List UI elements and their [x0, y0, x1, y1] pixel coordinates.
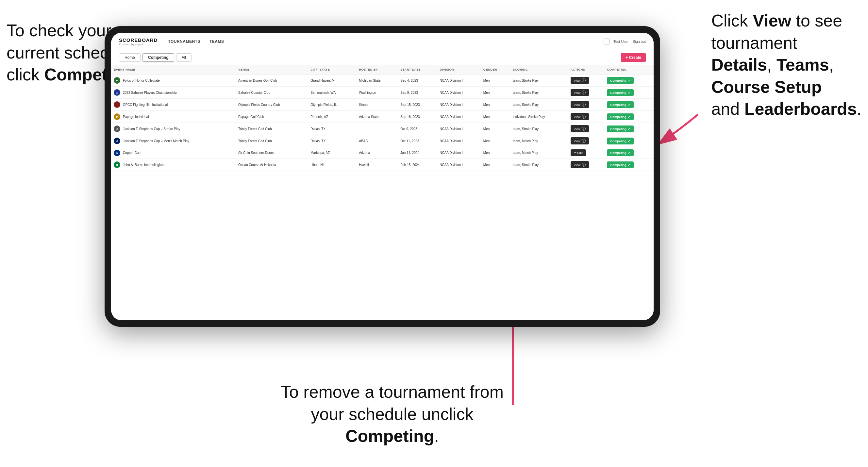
competing-button[interactable]: Competing ✓	[607, 149, 634, 156]
cell-gender: Men	[481, 111, 510, 123]
nav-tournaments[interactable]: TOURNAMENTS	[168, 38, 200, 45]
cell-actions: View i	[568, 87, 604, 99]
cell-actions: View i	[568, 135, 604, 147]
col-start-date: START DATE	[398, 65, 437, 74]
cell-venue: American Dunes Golf Club	[236, 74, 308, 87]
competing-button[interactable]: Competing ✓	[607, 125, 634, 132]
team-logo: H	[114, 161, 120, 168]
cell-scoring: team, Stroke Play	[510, 74, 568, 87]
cell-division: NCAA Division I	[437, 99, 481, 111]
cell-competing: Competing ✓	[604, 123, 654, 135]
cell-city: Grand Haven, MI	[308, 74, 356, 87]
table-container: EVENT NAME VENUE CITY, STATE HOSTED BY S…	[111, 65, 654, 320]
cell-gender: Men	[481, 87, 510, 99]
header-right: Test User Sign out	[603, 38, 646, 44]
cell-venue: Olympia Fields Country Club	[236, 99, 308, 111]
tab-competing[interactable]: Competing	[143, 53, 174, 62]
table-row: F Folds of Honor Collegiate American Dun…	[111, 74, 654, 87]
checkmark-icon: ✓	[628, 103, 630, 106]
annotation-leaderboards-bold: Leaderboards	[744, 99, 857, 118]
info-icon: i	[582, 103, 586, 106]
view-button[interactable]: View i	[570, 89, 589, 96]
cell-city: Maricopa, AZ	[308, 147, 356, 159]
cell-city: Phoenix, AZ	[308, 111, 356, 123]
create-button[interactable]: + Create	[621, 53, 646, 62]
annotation-bottom-bold: Competing	[345, 427, 434, 445]
event-name-text: OFCC Fighting Illini Invitational	[123, 103, 168, 106]
cell-hosted	[356, 123, 398, 135]
tab-all[interactable]: All	[176, 53, 191, 62]
team-logo: P	[114, 114, 120, 120]
sub-header: Home Competing All + Create	[111, 50, 654, 65]
cell-hosted: Hawaii	[356, 159, 398, 171]
checkmark-icon: ✓	[628, 163, 630, 167]
view-button[interactable]: View i	[570, 77, 589, 84]
cell-event-name: F Folds of Honor Collegiate	[111, 74, 236, 87]
cell-city: Lihue, HI	[308, 159, 356, 171]
sign-out-link[interactable]: Sign out	[633, 39, 646, 43]
competing-button[interactable]: Competing ✓	[607, 89, 634, 96]
checkmark-icon: ✓	[628, 139, 630, 143]
col-hosted: HOSTED BY	[356, 65, 398, 74]
cell-venue: Papago Golf Club	[236, 111, 308, 123]
table-row: H John A. Burns Intercollegiate Ocean Co…	[111, 159, 654, 171]
cell-hosted: Arizona State	[356, 111, 398, 123]
view-button[interactable]: View i	[570, 125, 589, 132]
logo-title: SCOREBOARD	[119, 37, 157, 43]
annotation-bottom: To remove a tournament from your schedul…	[268, 381, 516, 447]
col-venue: VENUE	[236, 65, 308, 74]
cell-venue: Sahalee Country Club	[236, 87, 308, 99]
info-icon: i	[582, 163, 586, 167]
event-name-text: 2023 Sahalee Players Championship	[123, 91, 177, 94]
col-scoring: SCORING	[510, 65, 568, 74]
competing-button[interactable]: Competing ✓	[607, 161, 634, 168]
info-icon: i	[582, 79, 586, 82]
team-logo: A	[114, 150, 120, 156]
cell-gender: Men	[481, 74, 510, 87]
edit-button[interactable]: ✏ Edit	[570, 149, 586, 156]
table-row: P Papago Individual Papago Golf Club Pho…	[111, 111, 654, 123]
cell-division: NCAA Division I	[437, 135, 481, 147]
cell-scoring: individual, Stroke Play	[510, 111, 568, 123]
cell-competing: Competing ✓	[604, 111, 654, 123]
view-button[interactable]: View i	[570, 113, 589, 120]
cell-competing: Competing ✓	[604, 159, 654, 171]
cell-division: NCAA Division I	[437, 123, 481, 135]
view-button[interactable]: View i	[570, 101, 589, 108]
checkmark-icon: ✓	[628, 91, 630, 94]
cell-actions: View i	[568, 99, 604, 111]
cell-venue: Trinity Forest Golf Club	[236, 135, 308, 147]
competing-button[interactable]: Competing ✓	[607, 137, 634, 145]
cell-event-name: J Jackson T. Stephens Cup – Stroke Play	[111, 123, 236, 135]
checkmark-icon: ✓	[628, 79, 630, 82]
cell-scoring: team, Match Play	[510, 147, 568, 159]
competing-button[interactable]: Competing ✓	[607, 101, 634, 108]
nav-teams[interactable]: TEAMS	[210, 38, 224, 45]
cell-hosted: Michigan State	[356, 74, 398, 87]
cell-hosted: ABAC	[356, 135, 398, 147]
tab-home[interactable]: Home	[119, 53, 141, 62]
competing-button[interactable]: Competing ✓	[607, 77, 634, 84]
view-button[interactable]: View i	[570, 137, 589, 145]
cell-competing: Competing ✓	[604, 74, 654, 87]
event-name-text: Papago Individual	[123, 115, 149, 119]
cell-actions: View i	[568, 159, 604, 171]
annotation-view-bold: View	[753, 11, 792, 30]
annotation-coursesetup-bold: Course Setup	[711, 77, 822, 96]
view-button[interactable]: View i	[570, 161, 589, 168]
cell-gender: Men	[481, 159, 510, 171]
col-competing: COMPETING	[604, 65, 654, 74]
cell-actions: View i	[568, 74, 604, 87]
table-row: A Copper Cup Ak-Chin Southern Dunes Mari…	[111, 147, 654, 159]
col-gender: GENDER	[481, 65, 510, 74]
app-header: SCOREBOARD Powered by clippd TOURNAMENTS…	[111, 33, 654, 50]
cell-venue: Ocean Course At Hokuala	[236, 159, 308, 171]
event-name-text: John A. Burns Intercollegiate	[123, 163, 164, 167]
annotation-teams-bold: Teams	[776, 55, 829, 74]
table-row: J Jackson T. Stephens Cup – Stroke Play …	[111, 123, 654, 135]
team-logo: J	[114, 125, 120, 132]
col-city: CITY, STATE	[308, 65, 356, 74]
competing-button[interactable]: Competing ✓	[607, 114, 634, 120]
user-icon	[603, 38, 610, 44]
cell-scoring: team, Stroke Play	[510, 87, 568, 99]
